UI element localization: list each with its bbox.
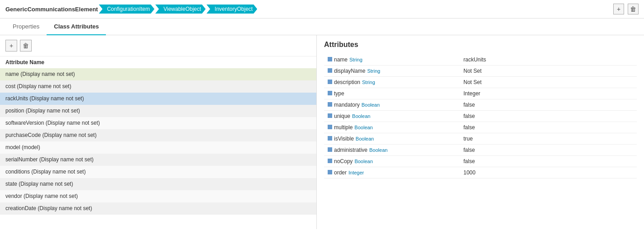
attr-value-cell: rackUnits <box>460 54 637 66</box>
attribute-list: name (Display name not set)cost (Display… <box>0 68 316 215</box>
attr-icon <box>328 91 332 95</box>
main-content: + 🗑 Attribute Name name (Display name no… <box>0 35 644 229</box>
table-row: noCopyBooleanfalse <box>324 156 637 167</box>
attribute-list-item[interactable]: rackUnits (Display name not set) <box>0 93 316 105</box>
table-row: descriptionStringNot Set <box>324 77 637 88</box>
attr-type-text: Integer <box>348 170 364 175</box>
attr-name-text: description <box>334 79 360 85</box>
header-actions: + 🗑 <box>613 4 639 14</box>
attributes-title: Attributes <box>324 41 637 49</box>
attribute-list-item[interactable]: model (model) <box>0 141 316 154</box>
table-row: orderInteger1000 <box>324 167 637 178</box>
attribute-list-item[interactable]: conditions (Display name not set) <box>0 166 316 178</box>
attr-value-cell: 1000 <box>460 167 637 178</box>
attr-name-cell: type <box>324 88 460 99</box>
attr-icon <box>328 102 332 107</box>
attr-value-cell: false <box>460 111 637 122</box>
attr-type-text: Boolean <box>352 113 370 119</box>
attr-value-cell: false <box>460 156 637 167</box>
attr-name-cell: noCopyBoolean <box>324 156 460 167</box>
attribute-list-item[interactable]: creationDate (Display name not set) <box>0 202 316 215</box>
tabs: Properties Class Attributes <box>0 19 644 35</box>
attr-name-cell: administrativeBoolean <box>324 145 460 156</box>
table-row: mandatoryBooleanfalse <box>324 99 637 111</box>
attribute-list-item[interactable]: name (Display name not set) <box>0 68 316 80</box>
attr-name-cell: nameString <box>324 54 460 66</box>
attr-type-text: Boolean <box>362 102 380 108</box>
attr-name-cell: mandatoryBoolean <box>324 99 460 111</box>
table-row: isVisibleBooleantrue <box>324 133 637 145</box>
attribute-list-item[interactable]: cost (Display name not set) <box>0 80 316 93</box>
attr-icon <box>328 57 332 61</box>
table-row: multipleBooleanfalse <box>324 122 637 133</box>
toolbar-delete-button[interactable]: 🗑 <box>20 40 32 52</box>
breadcrumb-item-3[interactable]: InventoryObject <box>206 5 257 14</box>
header: GenericCommunicationsElement Configurati… <box>0 0 644 19</box>
attribute-list-item[interactable]: position (Display name not set) <box>0 105 316 117</box>
attr-value-cell: false <box>460 145 637 156</box>
tab-class-attributes[interactable]: Class Attributes <box>47 19 106 35</box>
attr-name-text: type <box>334 90 344 97</box>
attribute-list-item[interactable]: serialNumber (Display name not set) <box>0 154 316 166</box>
attr-name-text: order <box>334 169 347 176</box>
attribute-list-item[interactable]: vendor (Display name not set) <box>0 190 316 202</box>
attr-type-text: Boolean <box>354 159 372 164</box>
attr-icon <box>328 125 332 129</box>
attr-icon <box>328 80 332 84</box>
breadcrumb: GenericCommunicationsElement Configurati… <box>5 5 257 14</box>
attr-type-text: Boolean <box>356 136 374 141</box>
header-add-button[interactable]: + <box>613 4 624 14</box>
attributes-table: nameStringrackUnitsdisplayNameStringNot … <box>324 54 637 178</box>
attr-name-text: displayName <box>334 68 365 74</box>
attr-value-cell: Not Set <box>460 66 637 77</box>
breadcrumb-item-2[interactable]: ViewableObject <box>155 5 205 14</box>
attr-type-text: String <box>367 68 380 74</box>
tab-properties[interactable]: Properties <box>5 19 47 35</box>
attr-icon <box>328 147 332 152</box>
attr-name-cell: descriptionString <box>324 77 460 88</box>
attr-name-cell: isVisibleBoolean <box>324 133 460 145</box>
attr-icon <box>328 159 332 163</box>
attr-type-text: String <box>362 80 375 85</box>
attr-value-cell: Integer <box>460 88 637 99</box>
attr-name-text: unique <box>334 113 350 119</box>
table-row: administrativeBooleanfalse <box>324 145 637 156</box>
attr-icon <box>328 136 332 141</box>
attribute-list-item[interactable]: purchaseCode (Display name not set) <box>0 129 316 141</box>
attr-value-cell: false <box>460 122 637 133</box>
attr-name-text: administrative <box>334 147 367 153</box>
attr-type-text: String <box>349 57 363 62</box>
breadcrumb-root: GenericCommunicationsElement <box>5 6 98 13</box>
table-row: typeInteger <box>324 88 637 99</box>
attr-name-cell: orderInteger <box>324 167 460 178</box>
attr-icon <box>328 113 332 118</box>
breadcrumb-item-1[interactable]: ConfigurationItem <box>99 5 154 14</box>
toolbar: + 🗑 <box>0 35 316 56</box>
attr-icon <box>328 68 332 73</box>
attr-name-text: multiple <box>334 124 353 131</box>
attribute-list-item[interactable]: softwareVersion (Display name not set) <box>0 117 316 129</box>
attr-type-text: Boolean <box>354 125 372 130</box>
attr-icon <box>328 170 332 174</box>
left-panel: + 🗑 Attribute Name name (Display name no… <box>0 35 317 229</box>
right-panel: Attributes nameStringrackUnitsdisplayNam… <box>317 35 644 229</box>
attr-name-cell: displayNameString <box>324 66 460 77</box>
header-delete-button[interactable]: 🗑 <box>628 4 639 14</box>
attribute-list-header: Attribute Name <box>0 56 316 68</box>
attr-name-text: isVisible <box>334 136 354 142</box>
attr-name-text: noCopy <box>334 158 353 164</box>
table-row: nameStringrackUnits <box>324 54 637 66</box>
table-row: displayNameStringNot Set <box>324 66 637 77</box>
attr-type-text: Boolean <box>369 147 387 153</box>
attr-value-cell: true <box>460 133 637 145</box>
attr-name-text: mandatory <box>334 102 360 108</box>
toolbar-add-button[interactable]: + <box>5 40 17 52</box>
attr-name-cell: multipleBoolean <box>324 122 460 133</box>
attr-name-cell: uniqueBoolean <box>324 111 460 122</box>
attr-value-cell: Not Set <box>460 77 637 88</box>
attr-name-text: name <box>334 56 348 63</box>
attribute-list-item[interactable]: state (Display name not set) <box>0 178 316 190</box>
attr-value-cell: false <box>460 99 637 111</box>
table-row: uniqueBooleanfalse <box>324 111 637 122</box>
